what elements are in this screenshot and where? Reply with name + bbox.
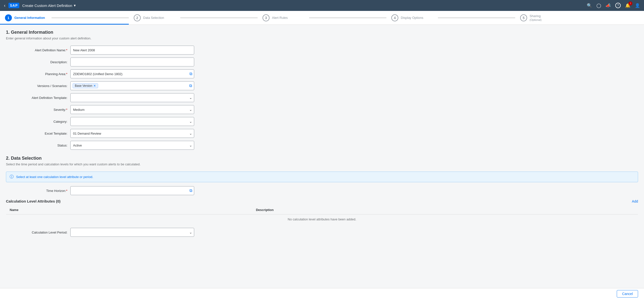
top-bar: ‹ SAP Create Custom Alert Definition ▾ 🔍… [0, 0, 644, 11]
excel-template-field: 01 Demand Review ⌄ [70, 129, 194, 138]
info-banner-text: Select at least one calculation level at… [16, 175, 93, 179]
field-row-excel-template: Excel Template: 01 Demand Review ⌄ [6, 129, 638, 138]
page-title-text: Create Custom Alert Definition [22, 4, 72, 8]
col-header-description: Description [252, 205, 638, 214]
versions-expand-icon[interactable]: ⧉ [189, 84, 192, 88]
back-button[interactable]: ‹ [4, 3, 6, 8]
alert-name-field [70, 46, 194, 55]
wizard-step-3[interactable]: 3 Alert Rules [258, 11, 386, 25]
calc-level-title: Calculation Level Attributes (0) [6, 199, 60, 203]
status-select[interactable]: Active [70, 141, 194, 150]
calc-level-table: Name Description No calculation level at… [6, 205, 638, 224]
field-row-calc-period: Calculation Level Period: ⌄ [6, 228, 638, 237]
versions-label: Versions / Scenarios: [6, 84, 70, 88]
step-number-4: 4 [391, 14, 398, 21]
general-info-section: 1. General Information Enter general inf… [6, 30, 638, 150]
field-row-versions: Versions / Scenarios: Base Version ✕ ⧉ [6, 81, 638, 90]
add-attribute-button[interactable]: Add [632, 199, 638, 203]
excel-template-select[interactable]: 01 Demand Review [70, 129, 194, 138]
time-horizon-label: Time Horizon:* [6, 189, 70, 193]
help-icon[interactable]: ? [615, 3, 621, 8]
planning-area-input[interactable] [70, 69, 194, 78]
time-horizon-input[interactable] [70, 186, 194, 195]
notification-badge: 7 [628, 2, 632, 6]
severity-field: Medium ⌄ [70, 105, 194, 114]
calc-period-select-wrapper: ⌄ [70, 228, 194, 237]
search-icon[interactable]: 🔍 [587, 3, 592, 8]
step-number-3: 3 [262, 14, 270, 21]
description-label: Description: [6, 60, 70, 64]
severity-label: Severity:* [6, 108, 70, 112]
status-select-wrapper: Active ⌄ [70, 141, 194, 150]
field-row-template: Alert Definition Template: ⌄ [6, 93, 638, 102]
step-label-5: Sharing(Optional) [530, 14, 542, 22]
field-row-time-horizon: Time Horizon:* ⧉ [6, 186, 638, 195]
table-header-row: Name Description [6, 205, 638, 214]
template-field: ⌄ [70, 93, 194, 102]
calc-period-field: ⌄ [70, 228, 194, 237]
main-content: 1. General Information Enter general inf… [0, 25, 644, 255]
wizard-step-5[interactable]: 5 Sharing(Optional) [515, 11, 644, 25]
remove-base-version-icon[interactable]: ✕ [94, 84, 96, 88]
announcements-icon[interactable]: 📣 [606, 3, 611, 8]
title-caret-icon[interactable]: ▾ [74, 3, 76, 8]
field-row-alert-name: Alert Definition Name:* [6, 46, 638, 55]
planning-area-input-wrapper: ⧉ [70, 69, 194, 78]
excel-template-select-wrapper: 01 Demand Review ⌄ [70, 129, 194, 138]
template-select-wrapper: ⌄ [70, 93, 194, 102]
step-label-2: Data Selection [143, 16, 164, 20]
step-label-1: General Information [14, 16, 45, 20]
base-version-token: Base Version ✕ [72, 83, 98, 88]
table-empty-row: No calculation level attributes have bee… [6, 214, 638, 224]
step-number-5: 5 [520, 14, 527, 21]
wizard-step-1[interactable]: 1 General Information [0, 11, 129, 25]
field-row-planning-area: Planning Area:* ⧉ [6, 69, 638, 78]
user-settings-icon[interactable]: ◯ [596, 3, 601, 8]
page-title: Create Custom Alert Definition ▾ [22, 3, 76, 8]
calc-period-label: Calculation Level Period: [6, 231, 70, 234]
time-horizon-expand-icon[interactable]: ⧉ [190, 188, 192, 193]
template-select[interactable] [70, 93, 194, 102]
category-select[interactable] [70, 117, 194, 126]
planning-area-expand-icon[interactable]: ⧉ [190, 72, 192, 76]
info-banner: ⓘ Select at least one calculation level … [6, 172, 638, 182]
step-number-1: 1 [5, 14, 12, 21]
severity-select[interactable]: Medium [70, 105, 194, 114]
versions-token-field[interactable]: Base Version ✕ ⧉ [70, 81, 194, 90]
wizard-step-4[interactable]: 4 Display Options [386, 11, 515, 25]
wizard-step-2[interactable]: 2 Data Selection [129, 11, 258, 25]
user-icon[interactable]: 👤 [635, 3, 640, 8]
alert-name-label: Alert Definition Name:* [6, 48, 70, 52]
data-selection-desc: Select the time period and calculation l… [6, 162, 638, 166]
alert-name-input[interactable] [70, 46, 194, 55]
status-label: Status: [6, 144, 70, 147]
general-info-desc: Enter general information about your cus… [6, 37, 638, 40]
calc-period-select[interactable] [70, 228, 194, 237]
col-header-name: Name [6, 205, 253, 214]
step-label-3: Alert Rules [272, 16, 288, 20]
excel-template-label: Excel Template: [6, 132, 70, 135]
versions-field: Base Version ✕ ⧉ [70, 81, 194, 90]
step-number-2: 2 [134, 14, 141, 21]
description-field [70, 58, 194, 67]
description-input[interactable] [70, 58, 194, 67]
data-selection-section: 2. Data Selection Select the time period… [6, 156, 638, 237]
calc-level-table-header: Calculation Level Attributes (0) Add [6, 199, 638, 203]
template-label: Alert Definition Template: [6, 96, 70, 100]
notifications-icon[interactable]: 🔔 7 [625, 3, 630, 8]
category-field: ⌄ [70, 117, 194, 126]
category-label: Category: [6, 120, 70, 123]
empty-message: No calculation level attributes have bee… [6, 214, 638, 224]
field-row-description: Description: [6, 58, 638, 67]
general-info-title: 1. General Information [6, 30, 638, 35]
planning-area-label: Planning Area:* [6, 72, 70, 76]
field-row-severity: Severity:* Medium ⌄ [6, 105, 638, 114]
time-horizon-field: ⧉ [70, 186, 194, 195]
sap-logo: SAP [8, 3, 19, 8]
category-select-wrapper: ⌄ [70, 117, 194, 126]
time-horizon-input-wrapper: ⧉ [70, 186, 194, 195]
field-row-category: Category: ⌄ [6, 117, 638, 126]
severity-select-wrapper: Medium ⌄ [70, 105, 194, 114]
top-bar-actions: 🔍 ◯ 📣 ? 🔔 7 👤 [587, 3, 640, 8]
field-row-status: Status: Active ⌄ [6, 141, 638, 150]
